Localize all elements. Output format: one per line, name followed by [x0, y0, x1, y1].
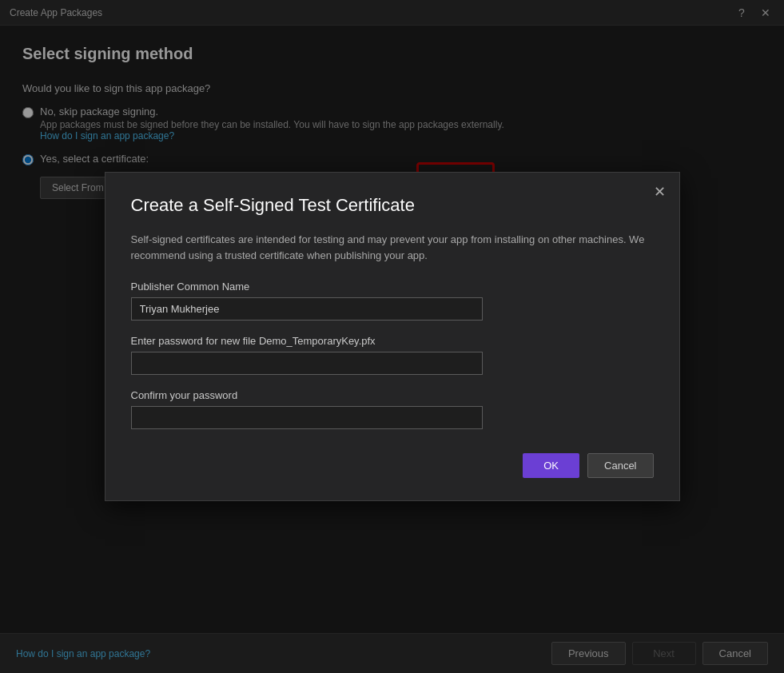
modal-cancel-button[interactable]: Cancel [587, 453, 653, 478]
modal-title: Create a Self-Signed Test Certificate [131, 195, 654, 216]
modal: ✕ Create a Self-Signed Test Certificate … [105, 172, 680, 501]
confirm-form-group: Confirm your password [131, 389, 654, 429]
password-label: Enter password for new file Demo_Tempora… [131, 335, 654, 347]
password-form-group: Enter password for new file Demo_Tempora… [131, 335, 654, 375]
publisher-label: Publisher Common Name [131, 281, 654, 293]
modal-footer: OK Cancel [131, 453, 654, 478]
publisher-input[interactable] [131, 297, 483, 321]
modal-ok-button[interactable]: OK [523, 453, 579, 478]
password-input[interactable] [131, 352, 483, 375]
modal-overlay: ✕ Create a Self-Signed Test Certificate … [0, 0, 784, 673]
confirm-input[interactable] [131, 406, 483, 429]
publisher-form-group: Publisher Common Name [131, 281, 654, 321]
modal-desc: Self-signed certificates are intended fo… [131, 232, 654, 263]
modal-close-button[interactable]: ✕ [651, 182, 670, 201]
confirm-label: Confirm your password [131, 389, 654, 401]
